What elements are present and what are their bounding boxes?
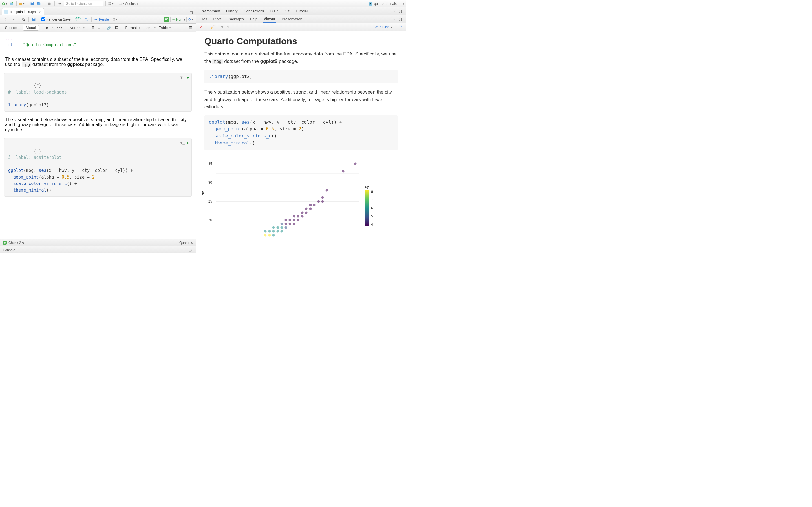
format-indicator[interactable]: Quarto ⇅ [179, 241, 193, 245]
tab-presentation[interactable]: Presentation [281, 16, 303, 22]
viewer-tab-row: Files Plots Packages Help Viewer Present… [196, 15, 406, 23]
image-icon[interactable]: 🖼 [115, 25, 118, 30]
project-name[interactable]: quarto-tutorials [374, 2, 397, 6]
svg-rect-8 [49, 2, 50, 3]
save-icon[interactable] [29, 1, 35, 6]
chunk-indicator[interactable]: Chunk 2 ⇅ [8, 241, 24, 245]
editor-body[interactable]: --- title: "Quarto Computations" --- Thi… [0, 32, 196, 239]
file-tab-label: computations.qmd [10, 10, 38, 14]
code-button[interactable]: </> [56, 25, 63, 30]
settings-icon[interactable]: ⚙▾ [112, 17, 118, 22]
tab-history[interactable]: History [225, 8, 238, 14]
link-icon[interactable]: 🔗 [107, 25, 111, 30]
source-mode-tab[interactable]: Source [2, 25, 19, 31]
console-tab[interactable]: Console [3, 248, 15, 252]
table-menu[interactable]: Table ▾ [159, 25, 171, 30]
maximize-pane-icon[interactable]: ▢ [188, 9, 194, 15]
rendered-plot: cty 20253035 cyl 87654 [204, 155, 398, 235]
svg-rect-9 [109, 2, 110, 3]
render-on-save-checkbox[interactable]: Render on Save [42, 17, 71, 21]
addins-menu[interactable]: Addins ▾ [125, 2, 139, 6]
maximize-env-icon[interactable]: ▢ [398, 8, 403, 14]
minimize-env-icon[interactable]: ▭ [390, 8, 396, 14]
publish-button[interactable]: ⟳ Publish ▾ [375, 25, 393, 29]
spellcheck-icon[interactable]: ABC✓ [75, 17, 81, 22]
rendered-paragraph-2: The visualization below shows a positive… [204, 89, 398, 111]
source-tab-bar: computations.qmd × ▭ ▢ [0, 7, 196, 15]
italic-button[interactable]: I [52, 25, 53, 30]
new-project-icon[interactable] [8, 1, 14, 6]
insert-chunk-icon[interactable]: +C [163, 17, 169, 22]
bold-button[interactable]: B [46, 25, 48, 30]
rendered-paragraph-1: This dataset contains a subset of the fu… [204, 50, 398, 65]
svg-rect-11 [109, 4, 110, 5]
open-file-icon[interactable]: ▾ [19, 1, 24, 6]
minimize-pane-icon[interactable]: ▭ [182, 9, 187, 15]
run-chunk-icon[interactable]: ▶ [187, 140, 189, 146]
run-chunk-icon[interactable]: ▶ [187, 75, 189, 80]
svg-rect-10 [110, 2, 111, 3]
tab-files[interactable]: Files [199, 16, 207, 22]
keyboard-icon[interactable]: ▾ [118, 1, 124, 6]
maximize-viewer-icon[interactable]: ▢ [398, 16, 403, 22]
bullet-list-icon[interactable]: ☰ [91, 25, 95, 30]
code-chunk-2[interactable]: ▼̲ ▶ {r} #| label: scatterplot ggplot(mp… [4, 138, 192, 196]
insert-menu[interactable]: Insert ▾ [144, 25, 156, 30]
tab-build[interactable]: Build [270, 8, 279, 14]
forward-icon[interactable]: ⟩ [10, 17, 16, 22]
color-legend: cyl 87654 [365, 156, 382, 235]
rendered-code-2: ggplot(mpg, aes(x = hwy, y = cty, color … [204, 115, 398, 150]
save-doc-icon[interactable] [31, 17, 37, 22]
console-bar[interactable]: Console ▢ [0, 246, 196, 253]
editor-toolbar: ⟨ ⟩ ⧉ Render on Save ABC✓ Render [0, 15, 196, 24]
refresh-viewer-icon[interactable]: ⟳ [398, 24, 404, 30]
svg-rect-6 [38, 3, 41, 5]
tab-tutorial[interactable]: Tutorial [295, 8, 308, 14]
prose-paragraph-2[interactable]: The visualization below shows a positive… [0, 114, 196, 135]
outline-icon[interactable]: ☰ [188, 25, 193, 31]
viewer-toolbar: ⊘ 🧹 ✎ Edit ⟳ Publish ▾ ⟳ [196, 23, 406, 31]
file-tab[interactable]: computations.qmd × [2, 8, 44, 15]
maximize-console-icon[interactable]: ▢ [187, 247, 193, 253]
broom-icon[interactable]: 🧹 [209, 24, 215, 30]
goto-arrow-icon[interactable] [57, 1, 63, 6]
close-tab-icon[interactable]: × [39, 10, 42, 14]
svg-rect-13 [119, 3, 122, 4]
remove-viewer-icon[interactable]: ⊘ [198, 24, 204, 30]
qmd-file-icon [4, 10, 8, 14]
env-tab-row: Environment History Connections Build Gi… [196, 7, 406, 15]
publish-icon[interactable]: ⟳▾ [188, 17, 193, 22]
save-all-icon[interactable] [36, 1, 42, 6]
goto-input[interactable]: Go to file/function [64, 1, 103, 6]
render-button[interactable]: Render [94, 17, 110, 21]
project-icon: R [368, 2, 372, 6]
svg-point-16 [85, 18, 87, 20]
tab-viewer[interactable]: Viewer [263, 15, 276, 22]
paragraph-style-dropdown[interactable]: Normal ▾ [70, 25, 85, 30]
edit-button[interactable]: ✎ Edit [221, 25, 231, 29]
tab-plots[interactable]: Plots [213, 16, 222, 22]
back-icon[interactable]: ⟨ [2, 17, 8, 22]
print-icon[interactable] [47, 1, 52, 6]
new-file-icon[interactable]: ▾ [2, 1, 7, 6]
find-icon[interactable] [84, 17, 89, 22]
rendered-title: Quarto Computations [204, 36, 398, 47]
show-in-new-window-icon[interactable]: ⧉ [20, 17, 26, 22]
tab-connections[interactable]: Connections [243, 8, 264, 14]
code-chunk-1[interactable]: ▼̲ ▶ {r} #| label: load-packages library… [4, 73, 192, 112]
format-menu[interactable]: Format ▾ [125, 25, 140, 30]
tab-environment[interactable]: Environment [199, 8, 220, 14]
tab-git[interactable]: Git [284, 8, 290, 14]
tab-packages[interactable]: Packages [227, 16, 244, 22]
y-axis-label: cty [201, 191, 205, 195]
run-above-icon[interactable]: ▼̲ [181, 75, 185, 80]
grid-icon[interactable]: ▾ [108, 1, 114, 6]
run-button[interactable]: → Run ▾ [172, 17, 185, 21]
tab-help[interactable]: Help [249, 16, 258, 22]
visual-mode-tab[interactable]: Visual [23, 25, 39, 31]
minimize-viewer-icon[interactable]: ▭ [390, 16, 396, 22]
yaml-block[interactable]: --- title: "Quarto Computations" --- [0, 36, 196, 54]
prose-paragraph-1[interactable]: This dataset contains a subset of the fu… [0, 54, 196, 70]
numbered-list-icon[interactable]: ≡ [98, 25, 100, 30]
run-above-icon[interactable]: ▼̲ [181, 140, 185, 146]
